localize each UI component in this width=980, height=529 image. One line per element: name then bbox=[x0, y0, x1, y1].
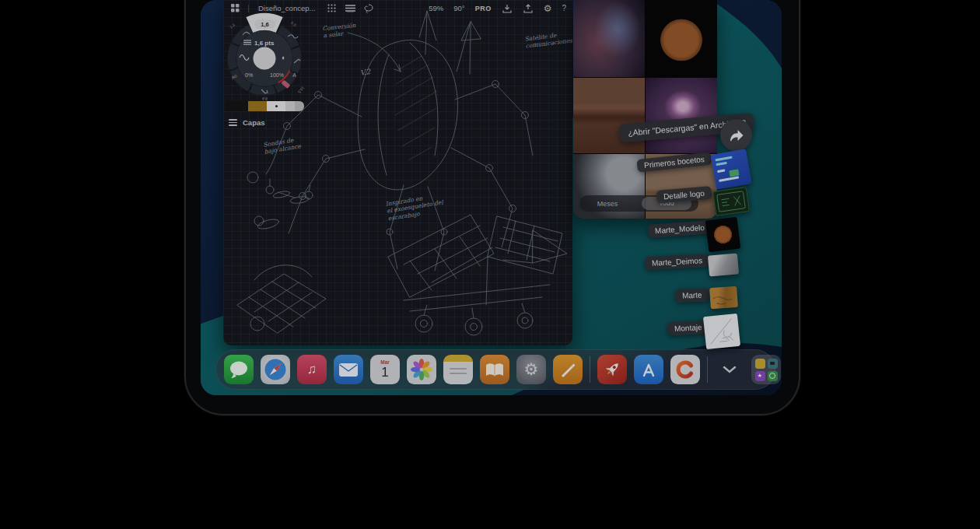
tips-mini-icon bbox=[755, 359, 765, 369]
star-mini-icon: ★ bbox=[755, 371, 765, 381]
music-note-icon: ♫ bbox=[307, 362, 317, 377]
tab-meses[interactable]: Meses bbox=[579, 200, 635, 208]
chevron-down-icon bbox=[723, 366, 737, 373]
layers-menu-icon bbox=[229, 117, 237, 128]
settings-app-icon[interactable]: ⚙ bbox=[516, 355, 546, 384]
concepts-c-icon bbox=[675, 359, 695, 380]
photo-mars-landscape[interactable] bbox=[573, 78, 645, 153]
drag-thumb-deimos[interactable] bbox=[708, 253, 739, 276]
layers-panel-header[interactable]: Capas bbox=[229, 117, 265, 128]
drag-thumb-blue-poster[interactable] bbox=[710, 149, 751, 189]
photo-grid bbox=[573, 0, 717, 219]
appstore-a-icon bbox=[639, 361, 658, 378]
layers-label: Capas bbox=[243, 118, 265, 127]
note-line bbox=[450, 373, 467, 374]
forward-arrow-icon bbox=[729, 128, 744, 142]
dots-grid-icon[interactable] bbox=[326, 3, 337, 14]
settings-gear-icon[interactable]: ⚙ bbox=[544, 4, 552, 13]
gear-icon: ⚙ bbox=[524, 360, 539, 379]
opacity-value: 100% bbox=[270, 72, 284, 78]
drag-share-button[interactable] bbox=[720, 119, 752, 151]
compass-icon bbox=[264, 358, 287, 381]
import-icon[interactable] bbox=[502, 3, 513, 14]
photo-orion-nebula[interactable] bbox=[646, 78, 717, 153]
envelope-icon bbox=[338, 363, 359, 377]
seg-size-1: 1,3 bbox=[229, 23, 236, 30]
drag-thumb-montage-sketch[interactable] bbox=[703, 314, 740, 349]
speech-bubble-icon bbox=[229, 360, 249, 379]
pages-app-icon[interactable] bbox=[553, 355, 583, 384]
color-puck[interactable] bbox=[254, 47, 276, 70]
photo-mars-planet[interactable] bbox=[646, 0, 717, 77]
swatch-lightgray[interactable] bbox=[285, 101, 295, 111]
zoom-level[interactable]: 59% bbox=[429, 4, 443, 12]
drag-item-label[interactable]: Marte bbox=[675, 288, 709, 303]
safari-app-icon[interactable] bbox=[261, 355, 290, 384]
dock: ♫ Mar 1 bbox=[215, 349, 775, 390]
selected-color-dot bbox=[275, 105, 278, 107]
ipad-device-frame: Conversión a solar Satélite de comunicac… bbox=[184, 0, 800, 415]
text-tool-letter: A bbox=[292, 72, 296, 78]
concepts-app-window: Conversión a solar Satélite de comunicac… bbox=[223, 0, 572, 345]
swatch-gold[interactable] bbox=[248, 101, 267, 111]
help-icon[interactable]: ? bbox=[562, 4, 566, 12]
drag-thumb-mars-sphere[interactable] bbox=[705, 217, 741, 253]
drag-thumb-mars-map[interactable] bbox=[709, 286, 738, 309]
photos-app-window: Meses Todo bbox=[573, 0, 717, 219]
rocket-app-icon[interactable] bbox=[597, 355, 627, 384]
app-library-icon[interactable]: ★ bbox=[751, 355, 781, 384]
photos-app-icon[interactable] bbox=[407, 355, 436, 384]
export-icon[interactable] bbox=[523, 3, 534, 14]
color-palette-strip bbox=[225, 101, 304, 111]
pen-icon bbox=[558, 360, 577, 379]
dock-divider bbox=[590, 356, 590, 383]
opacity-contrast-icon: ◐ bbox=[282, 54, 285, 61]
seg-size-2: 5,5 bbox=[290, 20, 297, 27]
rocket-icon bbox=[602, 359, 622, 380]
swatch-white-selected[interactable] bbox=[267, 101, 285, 111]
brush-size-badge: 1,6 bbox=[254, 19, 275, 29]
flower-icon bbox=[411, 359, 432, 380]
calendar-day: 1 bbox=[381, 366, 388, 379]
app-library-grid: ★ bbox=[755, 359, 778, 381]
fitness-mini-icon bbox=[768, 371, 778, 381]
photo-horsehead-nebula[interactable] bbox=[573, 0, 645, 77]
swatch-gray[interactable] bbox=[295, 101, 304, 111]
mail-app-icon[interactable] bbox=[334, 355, 363, 384]
annotation-version: V.2 bbox=[359, 68, 371, 78]
rotation-angle[interactable]: 90° bbox=[453, 4, 464, 12]
dock-divider bbox=[707, 356, 708, 383]
seg-size-3: 14,5 bbox=[297, 86, 306, 94]
swatch-black[interactable] bbox=[225, 101, 248, 111]
lasso-tool-icon[interactable] bbox=[363, 3, 374, 14]
notes-app-icon[interactable] bbox=[443, 355, 473, 384]
ipad-screen: Conversión a solar Satélite de comunicac… bbox=[201, 0, 782, 395]
books-app-icon[interactable] bbox=[480, 355, 509, 384]
note-line bbox=[450, 368, 467, 370]
camera-mini-icon bbox=[768, 359, 778, 369]
stroke-size-label: 1,6 pts bbox=[254, 40, 275, 47]
pro-badge[interactable]: PRO bbox=[475, 5, 492, 12]
open-book-icon bbox=[485, 363, 504, 377]
page-background: Conversión a solar Satélite de comunicac… bbox=[0, 0, 980, 529]
calendar-app-icon[interactable]: Mar 1 bbox=[370, 355, 400, 384]
drag-thumb-green-logo[interactable] bbox=[712, 187, 750, 216]
app-store-app-icon[interactable] bbox=[634, 355, 663, 384]
messages-app-icon[interactable] bbox=[224, 355, 254, 384]
music-app-icon[interactable]: ♫ bbox=[297, 355, 327, 384]
smoothing-value: 0% bbox=[245, 72, 253, 78]
concepts-app-icon[interactable] bbox=[670, 355, 700, 384]
dock-collapse-button[interactable] bbox=[715, 355, 744, 384]
layer-lines-icon[interactable] bbox=[345, 3, 355, 14]
